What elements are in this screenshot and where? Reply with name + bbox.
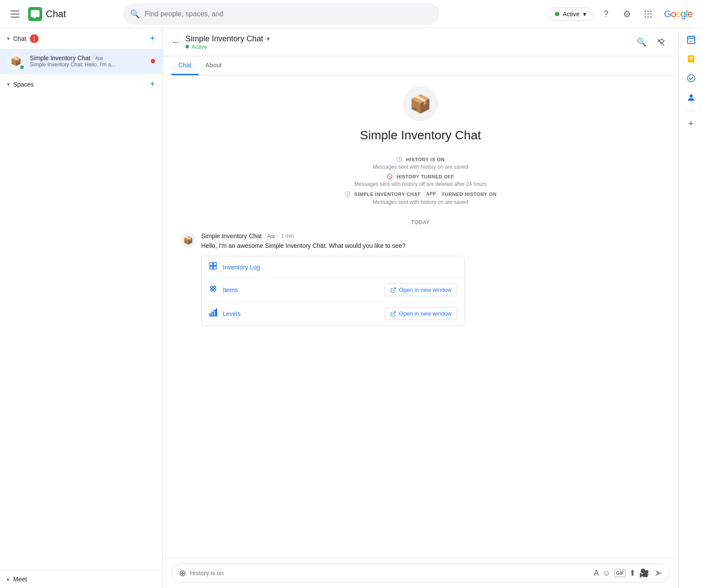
svg-line-19 bbox=[393, 287, 395, 290]
meet-section-title: ▸ Meet bbox=[7, 576, 27, 583]
levels-link[interactable]: Levels bbox=[223, 310, 240, 317]
spaces-section-title: ▾ Spaces bbox=[7, 81, 34, 88]
right-sidebar-tasks[interactable] bbox=[682, 70, 700, 88]
svg-rect-23 bbox=[216, 309, 217, 316]
history-on2-rest: TURNED HISTORY ON bbox=[442, 192, 496, 197]
chat-header-status-label: Active bbox=[192, 44, 207, 50]
svg-point-18 bbox=[214, 289, 216, 291]
meet-section: ▸ Meet bbox=[0, 570, 162, 588]
spaces-section-label: Spaces bbox=[13, 81, 34, 88]
items-icon bbox=[209, 284, 217, 295]
history-on2-app-badge: APP bbox=[424, 191, 438, 197]
svg-point-1 bbox=[645, 11, 646, 12]
chat-item-info: Simple Inventory Chat App Simple Invento… bbox=[30, 54, 145, 68]
chat-add-button[interactable]: + bbox=[150, 33, 155, 44]
gif-button[interactable]: GIF bbox=[614, 569, 626, 577]
tab-chat[interactable]: Chat bbox=[171, 56, 199, 75]
bot-header: 📦 Simple Inventory Chat bbox=[360, 86, 481, 142]
status-dot-icon bbox=[555, 12, 559, 16]
history-on2-event: 🕐 SIMPLE INVENTORY CHAT APP TURNED HISTO… bbox=[344, 191, 496, 205]
top-nav: Chat 🔍 Active ▾ ? ⚙ bbox=[0, 0, 703, 28]
svg-point-8 bbox=[647, 16, 649, 18]
chat-header-name-row: Simple Inventory Chat ▾ bbox=[185, 34, 627, 44]
right-sidebar-add[interactable]: + bbox=[682, 115, 700, 132]
meet-section-label: Meet bbox=[13, 576, 27, 583]
chat-unread-badge: 1 bbox=[30, 34, 39, 43]
message-input[interactable] bbox=[190, 570, 590, 577]
header-search-button[interactable]: 🔍 bbox=[633, 33, 650, 51]
card-row-items-left: Items bbox=[209, 284, 238, 295]
apps-button[interactable] bbox=[639, 5, 657, 23]
header-pin-button[interactable] bbox=[652, 33, 670, 51]
search-bar[interactable]: 🔍 bbox=[123, 4, 439, 25]
message-avatar: 📦 bbox=[180, 232, 196, 248]
message-time: 1 min bbox=[281, 233, 294, 239]
tab-about[interactable]: About bbox=[199, 56, 229, 75]
history-on-title-row: 🕐 HISTORY IS ON bbox=[396, 156, 445, 162]
emoji-button[interactable]: ☺ bbox=[602, 569, 610, 578]
chat-section-header[interactable]: ▾ Chat 1 + bbox=[0, 28, 162, 49]
input-row: ⊕ A ☺ GIF ⬆ 🎥 ➤ bbox=[171, 563, 670, 583]
message-app-badge: App bbox=[265, 233, 278, 240]
chat-section-title: ▾ Chat 1 bbox=[7, 34, 39, 43]
send-button[interactable]: ➤ bbox=[654, 567, 662, 579]
right-sidebar-calendar[interactable]: 31 bbox=[682, 32, 700, 49]
history-off-title: HISTORY TURNED OFF bbox=[397, 174, 454, 179]
svg-point-7 bbox=[645, 16, 646, 18]
format-text-button[interactable]: A bbox=[594, 569, 599, 578]
svg-point-15 bbox=[210, 286, 213, 288]
chat-item-app-badge: App bbox=[93, 55, 105, 62]
chat-header-status: Active bbox=[185, 44, 627, 50]
meet-section-header[interactable]: ▸ Meet bbox=[0, 570, 162, 588]
svg-point-6 bbox=[650, 13, 652, 15]
input-add-button[interactable]: ⊕ bbox=[179, 568, 186, 578]
chat-item-name: Simple Inventory Chat bbox=[30, 54, 91, 62]
svg-rect-12 bbox=[214, 263, 217, 266]
levels-open-new-window-button[interactable]: Open in new window bbox=[384, 307, 457, 320]
history-events: 🕐 HISTORY IS ON Messages sent with histo… bbox=[180, 156, 661, 205]
items-link[interactable]: Items bbox=[223, 287, 238, 294]
back-button[interactable]: ← bbox=[171, 37, 180, 47]
spaces-chevron-icon: ▾ bbox=[7, 81, 10, 87]
history-on-event: 🕐 HISTORY IS ON Messages sent with histo… bbox=[373, 156, 468, 170]
items-open-label: Open in new window bbox=[399, 287, 452, 293]
calendar-icon: 31 bbox=[686, 35, 696, 47]
sidebar: ▾ Chat 1 + 📦 Simple Inventory Chat App S… bbox=[0, 28, 163, 588]
items-open-new-window-button[interactable]: Open in new window bbox=[384, 283, 457, 296]
status-button[interactable]: Active ▾ bbox=[547, 7, 594, 21]
hamburger-menu[interactable] bbox=[7, 7, 23, 21]
chat-item-avatar: 📦 bbox=[7, 52, 25, 70]
chat-logo-icon bbox=[28, 7, 42, 21]
spaces-section-header[interactable]: ▾ Spaces + bbox=[0, 74, 162, 94]
svg-point-34 bbox=[689, 94, 692, 97]
svg-point-9 bbox=[650, 16, 652, 18]
right-sidebar-contacts[interactable] bbox=[682, 90, 700, 107]
right-sidebar-divider bbox=[686, 111, 696, 111]
right-sidebar-keep[interactable] bbox=[682, 51, 700, 69]
svg-point-16 bbox=[214, 286, 216, 288]
inventory-log-link[interactable]: Inventory Log bbox=[223, 264, 260, 271]
chat-item-simple-inventory[interactable]: 📦 Simple Inventory Chat App Simple Inven… bbox=[0, 49, 162, 73]
settings-button[interactable]: ⚙ bbox=[618, 5, 636, 23]
help-button[interactable]: ? bbox=[597, 5, 615, 23]
search-input[interactable] bbox=[145, 10, 432, 18]
message-card: Inventory Log bbox=[201, 256, 465, 326]
chat-header-chevron-icon[interactable]: ▾ bbox=[267, 35, 270, 42]
google-logo: Google bbox=[660, 5, 696, 23]
card-row-inventory-log: Inventory Log bbox=[202, 256, 464, 278]
upload-button[interactable]: ⬆ bbox=[629, 568, 636, 578]
spaces-add-button[interactable]: + bbox=[150, 79, 155, 89]
svg-rect-20 bbox=[210, 314, 211, 316]
message-header-row: Simple Inventory Chat App 1 min bbox=[201, 232, 661, 240]
right-sidebar: 31 bbox=[678, 28, 703, 588]
card-row-levels: Levels Open in new window bbox=[202, 302, 464, 325]
video-button[interactable]: 🎥 bbox=[639, 568, 649, 578]
history-on2-title-row: 🕐 SIMPLE INVENTORY CHAT APP TURNED HISTO… bbox=[344, 191, 496, 197]
chat-messages: 📦 Simple Inventory Chat 🕐 HISTORY IS ON … bbox=[163, 76, 678, 558]
header-active-dot-icon bbox=[185, 45, 189, 48]
tabs: Chat About bbox=[163, 56, 678, 76]
svg-rect-22 bbox=[214, 310, 215, 316]
add-icon: + bbox=[688, 118, 694, 129]
chat-section-label: Chat bbox=[13, 35, 26, 42]
card-row-levels-left: Levels bbox=[209, 308, 240, 319]
